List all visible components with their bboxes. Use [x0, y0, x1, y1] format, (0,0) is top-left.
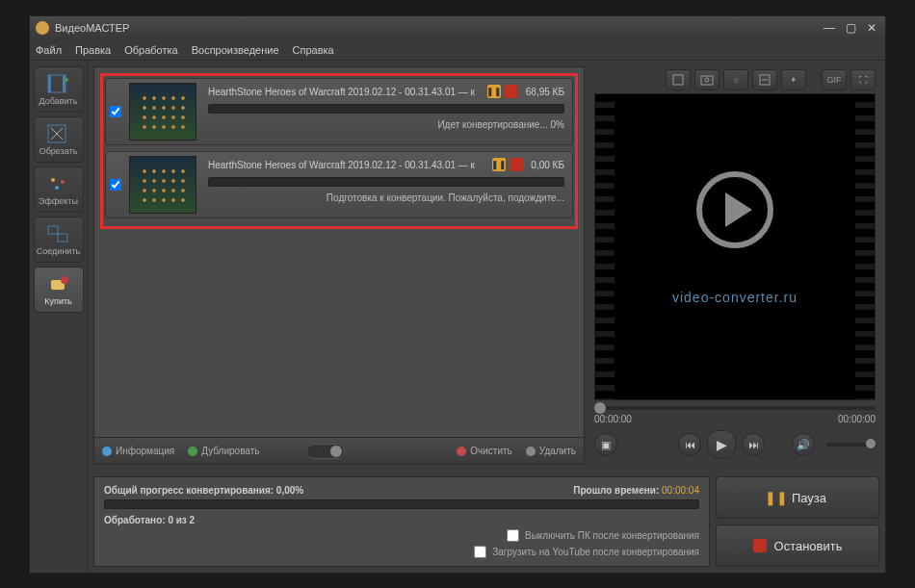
volume-slider[interactable] — [826, 443, 876, 447]
video-preview[interactable]: video-converter.ru — [594, 93, 876, 400]
sidebar-effects-label: Эффекты — [39, 196, 78, 206]
item-size: 68,95 КБ — [526, 87, 564, 97]
sidebar-buy-button[interactable]: Купить — [34, 267, 84, 313]
snapshot-icon[interactable] — [694, 69, 719, 90]
info-button[interactable]: Информация — [102, 446, 174, 456]
join-icon — [47, 223, 70, 244]
titlebar: ВидеоМАСТЕР — ▢ ✕ — [30, 16, 885, 39]
video-item[interactable]: HearthStone Heroes of Warcraft 2019.02.1… — [105, 151, 573, 218]
preview-toolbar: ☼ ✦ GIF ⛶ — [590, 66, 879, 93]
item-progressbar — [208, 104, 564, 114]
sidebar-effects-button[interactable]: Эффекты — [34, 166, 84, 213]
app-title: ВидеоМАСТЕР — [55, 22, 129, 34]
svg-rect-1 — [48, 75, 51, 92]
svg-point-6 — [55, 186, 59, 190]
filmstrip-left — [595, 94, 614, 399]
minimize-button[interactable]: — — [822, 21, 837, 35]
item-checkbox[interactable] — [110, 179, 121, 191]
delete-icon — [526, 447, 536, 456]
play-overlay-icon[interactable] — [696, 171, 773, 248]
processed-count: Обработано: 0 из 2 — [104, 515, 195, 525]
brand-text: video-converter.ru — [595, 290, 875, 305]
elapsed-value: 00:00:04 — [662, 485, 699, 496]
sidebar-trim-label: Обрезать — [39, 146, 78, 156]
svg-rect-2 — [63, 75, 65, 92]
svg-rect-7 — [48, 226, 58, 234]
sidebar-buy-label: Купить — [44, 296, 71, 306]
item-stop-icon[interactable] — [505, 85, 518, 98]
speed-icon[interactable]: ✦ — [781, 69, 806, 90]
sidebar-trim-button[interactable]: Обрезать — [34, 116, 84, 163]
snapshot-button[interactable]: ▣ — [594, 433, 617, 456]
youtube-option[interactable]: Загрузить на YouTube после конвертирован… — [474, 546, 699, 558]
app-window: ВидеоМАСТЕР — ▢ ✕ Файл Правка Обработка … — [29, 15, 886, 574]
clear-icon — [457, 447, 466, 456]
delete-button[interactable]: Удалить — [526, 446, 576, 456]
trim-icon — [47, 123, 70, 144]
mute-button[interactable]: 🔊 — [792, 433, 815, 456]
menubar: Файл Правка Обработка Воспроизведение Сп… — [30, 39, 885, 61]
duplicate-button[interactable]: Дублировать — [188, 446, 259, 456]
item-stop-icon[interactable] — [510, 158, 523, 171]
shutdown-checkbox[interactable] — [507, 529, 519, 542]
maximize-button[interactable]: ▢ — [843, 21, 858, 35]
buy-icon — [47, 273, 70, 294]
item-thumbnail — [129, 156, 196, 214]
list-toolbar: Информация Дублировать Очистить Удалить — [94, 437, 584, 464]
item-pause-icon[interactable]: ❚❚ — [487, 85, 501, 98]
effects-icon — [47, 173, 70, 194]
progress-panel: Общий прогресс конвертирования: 0,00% Пр… — [93, 476, 710, 567]
prev-button[interactable]: ⏮ — [678, 433, 701, 456]
item-checkbox[interactable] — [110, 106, 121, 117]
video-item[interactable]: HearthStone Heroes of Warcraft 2019.02.1… — [105, 78, 573, 145]
clear-button[interactable]: Очистить — [457, 446, 512, 456]
duplicate-icon — [188, 447, 197, 456]
item-thumbnail — [129, 83, 196, 141]
pause-button[interactable]: ❚❚ Пауза — [716, 476, 879, 519]
elapsed-label: Прошло времени: — [573, 485, 659, 496]
menu-file[interactable]: Файл — [36, 44, 62, 56]
svg-rect-12 — [701, 76, 713, 85]
filmstrip-right — [855, 94, 875, 399]
item-pause-icon[interactable]: ❚❚ — [492, 158, 506, 171]
sidebar-join-label: Соединить — [37, 246, 80, 256]
sidebar-add-label: Добавить — [39, 96, 78, 106]
menu-help[interactable]: Справка — [293, 44, 334, 56]
sidebar: Добавить Обрезать Эффекты Соединить Купи… — [30, 61, 88, 573]
video-list-panel: HearthStone Heroes of Warcraft 2019.02.1… — [93, 66, 585, 465]
next-button[interactable]: ⏭ — [742, 433, 765, 456]
info-icon — [102, 447, 112, 456]
enhance-icon[interactable] — [752, 69, 777, 90]
stop-icon — [753, 539, 767, 552]
sidebar-add-button[interactable]: Добавить — [34, 66, 84, 113]
overall-progress-label: Общий прогресс конвертирования: 0,00% — [104, 485, 303, 496]
pause-icon: ❚❚ — [769, 490, 784, 505]
add-film-icon — [47, 73, 70, 94]
menu-edit[interactable]: Правка — [75, 44, 111, 56]
item-size: 0,00 КБ — [531, 160, 564, 170]
overall-progressbar — [104, 499, 699, 509]
preview-panel: ☼ ✦ GIF ⛶ video-converter.ru — [590, 66, 879, 465]
crop-icon[interactable] — [666, 69, 691, 90]
shutdown-option[interactable]: Выключить ПК после конвертирования — [507, 529, 699, 542]
preview-controls: 00:00:00 00:00:00 ▣ ⏮ ▶ ⏭ 🔊 — [590, 400, 879, 465]
svg-point-4 — [51, 178, 55, 182]
fullscreen-icon[interactable]: ⛶ — [850, 69, 876, 90]
item-status: Идет конвертирование... 0% — [208, 119, 564, 130]
action-panel: ❚❚ Пауза Остановить — [716, 476, 879, 567]
sidebar-join-button[interactable]: Соединить — [34, 217, 84, 263]
gif-button[interactable]: GIF — [822, 69, 847, 90]
time-current: 00:00:00 — [594, 414, 632, 424]
brightness-icon[interactable]: ☼ — [723, 69, 748, 90]
menu-playback[interactable]: Воспроизведение — [192, 44, 279, 56]
view-toggle[interactable] — [306, 444, 345, 459]
item-progressbar — [208, 177, 564, 187]
play-button[interactable]: ▶ — [707, 430, 736, 459]
time-total: 00:00:00 — [838, 414, 876, 424]
menu-process[interactable]: Обработка — [124, 44, 177, 56]
youtube-checkbox[interactable] — [474, 546, 486, 558]
stop-button[interactable]: Остановить — [716, 524, 879, 567]
seek-bar[interactable] — [594, 406, 876, 410]
app-logo-icon — [36, 21, 49, 35]
close-button[interactable]: ✕ — [864, 21, 879, 35]
